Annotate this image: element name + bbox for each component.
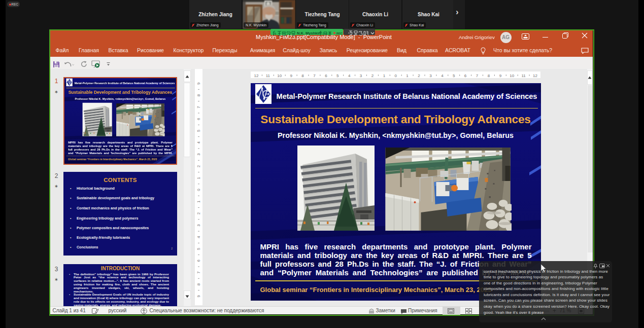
svg-text:1: 1 [406,73,409,78]
svg-text:5: 5 [196,129,201,132]
svg-text:3: 3 [429,73,432,78]
svg-text:5: 5 [336,73,338,78]
svg-text:3: 3 [359,73,362,78]
svg-text:6: 6 [464,73,466,78]
svg-text:2: 2 [196,212,201,214]
svg-text:12: 12 [254,73,258,78]
svg-text:10: 10 [277,73,282,78]
svg-text:7: 7 [476,73,478,78]
svg-text:2: 2 [418,73,420,78]
svg-text:2: 2 [371,73,374,78]
svg-text:7: 7 [313,73,316,78]
svg-text:6: 6 [325,73,327,78]
svg-text:12: 12 [533,73,537,78]
svg-text:8: 8 [301,73,304,78]
svg-text:4: 4 [441,73,444,78]
svg-text:4: 4 [196,236,201,238]
svg-text:0: 0 [394,73,397,78]
svg-text:6: 6 [196,260,201,262]
svg-text:3: 3 [196,153,201,156]
svg-text:5: 5 [196,247,201,250]
svg-text:11: 11 [521,73,526,78]
svg-text:6: 6 [196,118,201,120]
svg-text:7: 7 [196,106,201,108]
svg-text:0: 0 [196,189,201,191]
svg-text:10: 10 [510,73,514,78]
svg-text:8: 8 [487,73,490,78]
svg-text:11: 11 [265,73,270,78]
svg-text:2: 2 [196,165,201,167]
svg-text:8: 8 [196,94,201,96]
svg-text:4: 4 [348,73,350,78]
svg-text:4: 4 [196,141,201,144]
svg-text:1: 1 [196,200,201,203]
svg-text:9: 9 [196,295,201,297]
svg-text:REC: REC [336,32,343,35]
svg-text:3: 3 [196,224,201,227]
svg-text:1: 1 [383,73,385,78]
svg-text:7: 7 [196,271,201,274]
svg-text:8: 8 [196,283,201,285]
svg-text:9: 9 [196,82,201,85]
svg-text:1: 1 [196,176,201,179]
svg-text:N.K. Myshkin: N.K. Myshkin [297,31,321,35]
svg-text:5: 5 [452,73,455,78]
svg-text:9: 9 [499,73,501,78]
svg-text:9: 9 [290,73,292,78]
